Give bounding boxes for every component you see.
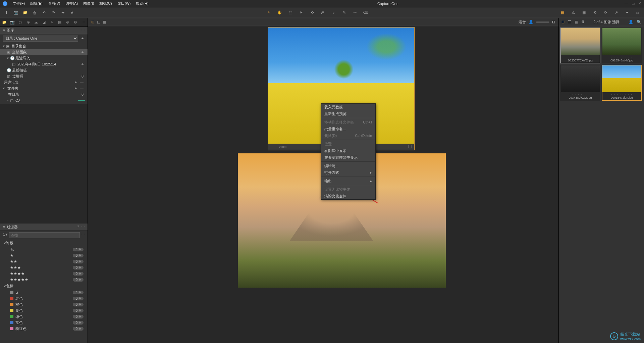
color-row[interactable]: 橙色0 (0, 301, 88, 307)
details-tab-icon[interactable]: ◢ (42, 20, 46, 25)
close-icon[interactable]: ✕ (638, 1, 641, 6)
erase-icon[interactable]: ⌫ (363, 10, 369, 16)
minimize-icon[interactable]: — (625, 1, 628, 6)
batch-tab-icon[interactable]: ⚙ (73, 20, 77, 25)
panel-menu-icon[interactable]: ⋯ (81, 28, 85, 33)
rating-row[interactable]: ★0 (0, 252, 88, 258)
menu-help[interactable]: 帮助(H) (133, 1, 151, 6)
color-collapse[interactable]: ∨ 色标 (0, 283, 88, 289)
brush-icon[interactable]: ✎ (341, 10, 347, 16)
maximize-icon[interactable]: ▭ (632, 1, 635, 6)
search2-icon[interactable]: 🔍 (637, 20, 641, 24)
capture-tab-icon[interactable]: 📷 (10, 20, 15, 25)
context-menu-item[interactable]: 输出▸ (321, 178, 375, 184)
filter-header[interactable]: ∨ 过滤器 ? ⋯ (0, 224, 88, 231)
color-row[interactable]: 红色0 (0, 295, 88, 301)
draw-icon[interactable]: ✏ (352, 10, 358, 16)
tree-user-collection[interactable]: 用户汇集+ — (0, 79, 88, 85)
wand-icon[interactable]: ✦ (624, 10, 630, 16)
crop-icon[interactable]: ⬚ (287, 10, 293, 16)
adjust-tab-icon[interactable]: ✎ (50, 20, 54, 25)
menu-camera[interactable]: 相机(C) (97, 1, 114, 6)
import-icon[interactable]: ⬇ (3, 10, 9, 16)
context-menu-item[interactable]: 在资源管理器中显示 (321, 154, 375, 161)
metadata-tab-icon[interactable]: ▤ (57, 20, 62, 25)
thumb-grid-icon[interactable]: ⊞ (561, 20, 565, 24)
camera-icon[interactable]: 📷 (13, 10, 19, 16)
color-row[interactable]: 绿色0 (0, 313, 88, 320)
color-row[interactable]: 黄色0 (0, 307, 88, 313)
tree-all-images[interactable]: ▣全部图象4 (0, 49, 88, 55)
search-menu-icon[interactable]: ⋯ (81, 232, 85, 238)
tree-recent-shoot[interactable]: 🕐最近拍摄 (0, 67, 88, 73)
export-icon[interactable]: ↗ (613, 10, 619, 16)
trash-icon[interactable]: 🗑 (32, 10, 38, 16)
multiview-icon[interactable]: ▦ (559, 10, 566, 16)
warning-icon[interactable]: ⚠ (570, 10, 576, 16)
color-row[interactable]: 蓝色0 (0, 320, 88, 326)
hand-icon[interactable]: ✋ (277, 10, 283, 16)
context-menu-item[interactable]: 重新生成预览 (321, 110, 375, 117)
person-icon[interactable]: 👤 (529, 20, 533, 24)
context-menu-item[interactable]: 批量重命名... (321, 126, 375, 132)
type-icon[interactable]: A (69, 10, 75, 16)
folder-icon[interactable]: 📁 (22, 10, 28, 16)
menu-view[interactable]: 查看(V) (45, 1, 63, 6)
settings-icon[interactable]: ⊡ (552, 20, 555, 24)
rotate-icon[interactable]: ⟲ (309, 10, 315, 16)
tree-trash[interactable]: 🗑垃圾桶0 (0, 73, 88, 79)
catalog-select[interactable]: 目录 : Capture One (3, 35, 78, 42)
thumbnail[interactable]: · · · · · · · ·0901547Jjon.jpg (602, 65, 642, 101)
rotate-right-icon[interactable]: ⟳ (602, 10, 608, 16)
tree-in-catalog[interactable]: 在目录0 (0, 91, 88, 97)
search-input[interactable] (9, 232, 80, 238)
thumb-list-icon[interactable]: ☰ (568, 20, 571, 24)
output-tab-icon[interactable]: ⊙ (65, 20, 70, 25)
rating-row[interactable]: ★★★0 (0, 264, 88, 271)
more-tab-icon[interactable]: ⋯ (81, 20, 86, 25)
cursor-icon[interactable]: ↖ (266, 10, 272, 16)
rating-row[interactable]: ★★★★★0 (0, 277, 88, 283)
spot-icon[interactable]: ○ (330, 10, 336, 16)
color-row[interactable]: 无4 (0, 289, 88, 295)
thumbnail[interactable]: · · · · · · · ·0823077CAVE.jpg (560, 28, 600, 63)
menu-window[interactable]: 窗口(W) (115, 1, 133, 6)
menu-edit[interactable]: 编辑(E) (28, 1, 45, 6)
library-tab-icon[interactable]: 📁 (2, 20, 7, 25)
split-view-icon[interactable]: ▥ (103, 20, 106, 24)
tree-catalog-set[interactable]: ∨▣目录集合 (0, 43, 88, 49)
redo2-icon[interactable]: ↪ (60, 10, 66, 16)
context-menu-item[interactable]: 载入元数据 (321, 104, 375, 110)
rating-row[interactable]: ★★0 (0, 258, 88, 264)
thumbnail[interactable]: · · · · · · · ·0934380lCzU.jpg (560, 65, 600, 101)
variant-icon[interactable] (409, 145, 412, 148)
lens-tab-icon[interactable]: ◎ (18, 20, 22, 25)
rotate-left-icon[interactable]: ⟲ (592, 10, 598, 16)
redo-icon[interactable]: ↷ (50, 10, 56, 16)
menu-file[interactable]: 文件(F) (10, 1, 28, 6)
color-row[interactable]: 粉红色0 (0, 326, 88, 332)
grid-view-icon[interactable]: ⊞ (91, 20, 94, 24)
color-tab-icon[interactable]: ⊗ (26, 20, 30, 25)
crop2-icon[interactable]: ✂ (298, 10, 304, 16)
menu-adjust[interactable]: 调整(A) (63, 1, 80, 6)
rating-row[interactable]: 无4 (0, 246, 88, 252)
library-header[interactable]: ∨ 图库 ⋯ (0, 27, 88, 34)
thumbnail[interactable]: · · · · · · · ·0928548sjNV.jpg (602, 28, 642, 63)
tree-folder[interactable]: ∨文件夹+ — (0, 85, 88, 91)
person2-icon[interactable]: 👤 (629, 20, 633, 24)
context-menu-item[interactable]: 清除比较变体 (321, 193, 375, 199)
context-menu-item[interactable]: 编辑与... (321, 162, 375, 169)
sort-icon[interactable]: ⇅ (581, 20, 584, 24)
exposure-tab-icon[interactable]: ☁ (34, 20, 38, 25)
tree-recent-import[interactable]: ∨🕐最近导入 (0, 55, 88, 61)
menu-image[interactable]: 图像(I) (80, 1, 97, 6)
rating-row[interactable]: ★★★★0 (0, 271, 88, 277)
add-catalog-icon[interactable]: + (80, 36, 85, 40)
zoom-slider[interactable] (536, 21, 549, 23)
single-view-icon[interactable]: ▢ (97, 20, 100, 24)
tree-drive[interactable]: >▢C:\ (0, 97, 88, 103)
context-menu-item[interactable]: 打开方式▸ (321, 169, 375, 176)
link-icon[interactable]: ∞ (635, 10, 641, 16)
thumb-film-icon[interactable]: ▦ (575, 20, 578, 24)
